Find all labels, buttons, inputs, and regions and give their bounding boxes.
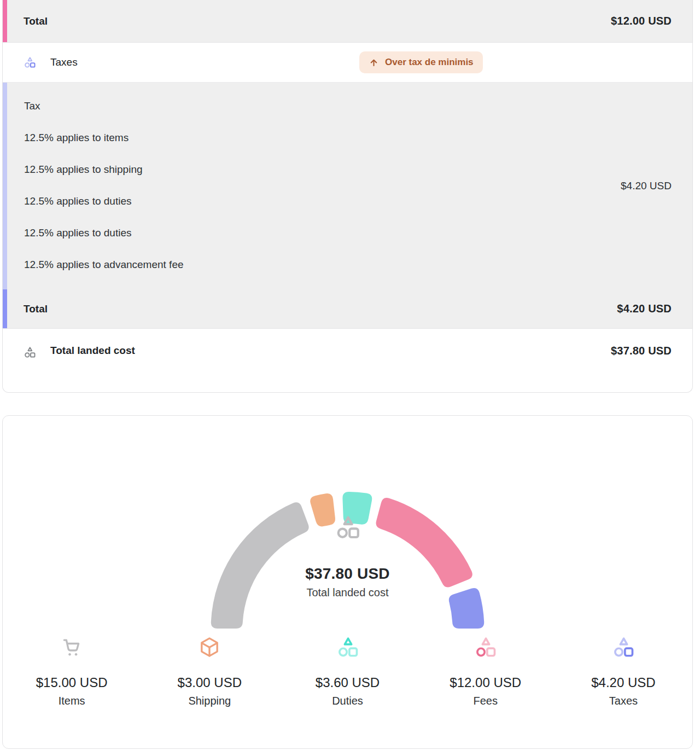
- landed-cost-value: $37.80 USD: [611, 345, 672, 357]
- stat-label: Fees: [417, 695, 555, 707]
- stat-label: Items: [3, 695, 141, 707]
- gauge-segment-items: [211, 502, 309, 629]
- landed-cost-panel: Total $12.00 USD Taxes Over tax de minim…: [0, 0, 700, 749]
- tax-rule-line: 12.5% applies to advancement fee: [24, 249, 672, 281]
- stat-value: $3.00 USD: [141, 675, 278, 690]
- over-de-minimis-badge: Over tax de minimis: [359, 51, 483, 73]
- gauge-segment-fees: [376, 498, 472, 587]
- stat-value: $3.60 USD: [278, 675, 416, 690]
- tax-accent-bar-light: [3, 83, 7, 289]
- gauge-segment-taxes: [449, 588, 484, 629]
- stat-value: $12.00 USD: [417, 675, 555, 690]
- stat-label: Shipping: [141, 695, 278, 707]
- stat-label: Taxes: [555, 695, 692, 707]
- tax-total-row: Total $4.20 USD: [3, 289, 692, 329]
- tax-breakdown-header: Tax: [24, 90, 672, 122]
- stat-duties: $3.60 USD Duties: [278, 635, 416, 707]
- cost-gauge-card: $37.80 USD Total landed cost $15.00 USD …: [2, 415, 693, 749]
- fees-total-label: Total: [24, 15, 48, 27]
- tax-breakdown-section: Tax 12.5% applies to items 12.5% applies…: [3, 83, 692, 289]
- package-icon: [198, 636, 221, 659]
- duties-shapes-icon: [336, 636, 359, 659]
- cost-stats-row: $15.00 USD Items $3.00 USD Shipping: [3, 635, 692, 707]
- stat-label: Duties: [278, 695, 416, 707]
- tax-total-label: Total: [24, 303, 48, 315]
- gauge-arc: [3, 453, 692, 635]
- tax-rule-line: 12.5% applies to shipping: [24, 154, 672, 185]
- fees-total-value: $12.00 USD: [611, 15, 672, 27]
- tax-total-value: $4.20 USD: [617, 303, 672, 315]
- fees-accent-bar: [3, 0, 7, 42]
- landed-cost-label: Total landed cost: [50, 345, 135, 357]
- stat-value: $4.20 USD: [555, 675, 692, 690]
- stat-fees: $12.00 USD Fees: [417, 635, 555, 707]
- landed-cost-icon: [24, 346, 36, 358]
- taxes-shapes-icon: [24, 56, 36, 68]
- stat-taxes: $4.20 USD Taxes: [555, 635, 692, 707]
- gauge-chart: $37.80 USD Total landed cost: [3, 453, 692, 635]
- taxes-row[interactable]: Taxes Over tax de minimis: [3, 43, 692, 83]
- stat-value: $15.00 USD: [3, 675, 141, 690]
- tax-rule-line: 12.5% applies to duties: [24, 185, 672, 217]
- gauge-segment-shipping: [310, 493, 335, 526]
- gauge-segment-duties: [342, 492, 372, 525]
- cost-summary-card: Total $12.00 USD Taxes Over tax de minim…: [2, 0, 693, 393]
- stat-items: $15.00 USD Items: [3, 635, 141, 707]
- tax-accent-bar-strong: [3, 289, 7, 328]
- fees-shapes-icon: [474, 636, 497, 659]
- taxes-stat-shapes-icon: [612, 636, 635, 659]
- tax-amount: $4.20 USD: [621, 180, 672, 192]
- landed-cost-row: Total landed cost $37.80 USD: [3, 329, 692, 390]
- fees-total-row: Total $12.00 USD: [3, 0, 692, 43]
- cart-icon: [60, 636, 83, 659]
- taxes-label: Taxes: [50, 56, 78, 68]
- tax-rule-line: 12.5% applies to items: [24, 122, 672, 154]
- tax-rule-line: 12.5% applies to duties: [24, 217, 672, 249]
- badge-label: Over tax de minimis: [385, 57, 474, 68]
- stat-shipping: $3.00 USD Shipping: [141, 635, 278, 707]
- arrow-up-icon: [369, 57, 379, 68]
